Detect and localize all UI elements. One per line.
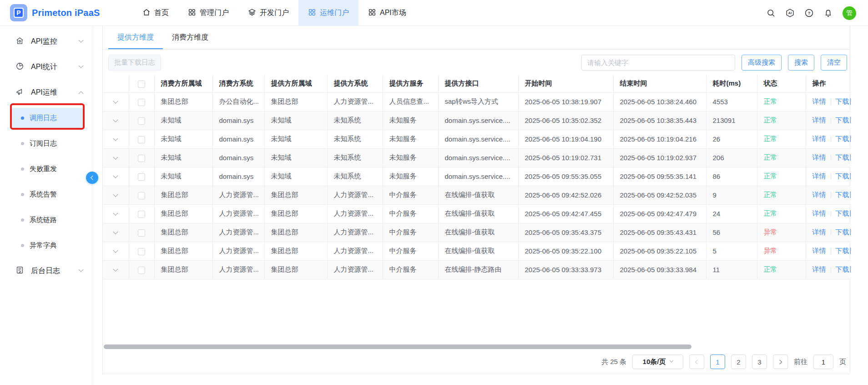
cell-7: 2025-06-05 09:42:52.035 bbox=[613, 186, 706, 204]
search-button[interactable]: 搜索 bbox=[788, 55, 814, 71]
advanced-search-button[interactable]: 高级搜索 bbox=[742, 55, 782, 71]
detail-link[interactable]: 详情 bbox=[812, 135, 826, 142]
app-root: P Primeton iPaaS 首页管理门户开发门户运维门户API市场 AI … bbox=[0, 0, 868, 385]
sidebar-subitem-2-1[interactable]: 订阅日志 bbox=[0, 131, 92, 156]
clear-button[interactable]: 清空 bbox=[821, 55, 847, 71]
status-cell: 正常 bbox=[757, 204, 806, 223]
row-expand-cell[interactable] bbox=[103, 167, 129, 186]
row-checkbox[interactable] bbox=[138, 192, 145, 199]
sidebar-group-1[interactable]: API统计 bbox=[0, 54, 92, 80]
detail-link[interactable]: 详情 bbox=[812, 116, 826, 124]
sidebar-subitem-2-4[interactable]: 系统链路 bbox=[0, 207, 92, 233]
cell-7: 2025-06-05 10:19:04.216 bbox=[613, 130, 706, 148]
download-log-link[interactable]: 下载日志 bbox=[836, 265, 851, 273]
column-header-7: 结束时间 bbox=[613, 75, 706, 92]
sidebar-collapse-button[interactable] bbox=[86, 172, 98, 184]
status-cell: 正常 bbox=[757, 130, 806, 148]
download-log-link[interactable]: 下载日志 bbox=[836, 191, 851, 198]
sidebar-group-0[interactable]: API监控 bbox=[0, 29, 92, 54]
row-checkbox[interactable] bbox=[138, 99, 145, 106]
nav-item-4[interactable]: API市场 bbox=[358, 0, 416, 26]
page-button-2[interactable]: 2 bbox=[731, 355, 746, 369]
brand[interactable]: P Primeton iPaaS bbox=[0, 4, 123, 21]
goto-page-input[interactable] bbox=[813, 355, 833, 369]
download-log-link[interactable]: 下载日志 bbox=[836, 209, 851, 217]
row-expand-cell[interactable] bbox=[103, 242, 129, 260]
row-expand-cell[interactable] bbox=[103, 204, 129, 223]
cell-1: 办公自动化... bbox=[212, 92, 264, 111]
page-button-1[interactable]: 1 bbox=[710, 355, 725, 369]
cell-3: 未知系统 bbox=[327, 130, 383, 148]
next-page-button[interactable] bbox=[773, 355, 788, 369]
ai-assistant-icon[interactable]: AI bbox=[785, 8, 795, 18]
row-checkbox[interactable] bbox=[138, 248, 145, 255]
keyword-search-input[interactable] bbox=[581, 55, 735, 71]
row-expand-cell[interactable] bbox=[103, 92, 129, 111]
row-checkbox[interactable] bbox=[138, 267, 145, 274]
tab-1[interactable]: 消费方维度 bbox=[163, 26, 217, 49]
status-cell: 正常 bbox=[757, 111, 806, 130]
row-expand-cell[interactable] bbox=[103, 148, 129, 167]
row-checkbox[interactable] bbox=[138, 211, 145, 218]
column-header-4: 提供方服务 bbox=[383, 75, 438, 92]
sidebar-group-2[interactable]: API运维 bbox=[0, 80, 92, 105]
prev-page-button[interactable] bbox=[689, 355, 704, 369]
row-expand-cell[interactable] bbox=[103, 223, 129, 242]
bell-icon[interactable] bbox=[823, 8, 833, 18]
download-log-link[interactable]: 下载日志 bbox=[836, 97, 851, 105]
page-button-3[interactable]: 3 bbox=[752, 355, 767, 369]
search-icon[interactable] bbox=[766, 8, 776, 18]
row-checkbox[interactable] bbox=[138, 155, 145, 162]
nav-item-3[interactable]: 运维门户 bbox=[298, 0, 358, 26]
detail-link[interactable]: 详情 bbox=[812, 209, 826, 217]
cell-0: 未知域 bbox=[154, 167, 212, 186]
select-all-checkbox[interactable] bbox=[138, 81, 145, 88]
actions-cell: 详情下载日志 bbox=[806, 92, 851, 111]
sidebar-group-3[interactable]: 后台日志 bbox=[0, 258, 92, 284]
nav-item-0[interactable]: 首页 bbox=[133, 0, 178, 26]
detail-link[interactable]: 详情 bbox=[812, 153, 826, 161]
batch-download-button[interactable]: 批量下载日志 bbox=[108, 55, 161, 71]
actions-cell: 详情下载日志 bbox=[806, 111, 851, 130]
user-avatar[interactable]: 管 bbox=[843, 6, 856, 20]
row-checkbox[interactable] bbox=[138, 136, 145, 143]
sidebar-subitem-2-2[interactable]: 失败重发 bbox=[0, 156, 92, 182]
sidebar-subitem-2-3[interactable]: 系统告警 bbox=[0, 182, 92, 207]
detail-link[interactable]: 详情 bbox=[812, 191, 826, 198]
row-checkbox[interactable] bbox=[138, 173, 145, 181]
top-navbar: P Primeton iPaaS 首页管理门户开发门户运维门户API市场 AI … bbox=[0, 0, 868, 26]
cell-6: 2025-06-05 10:19:04.190 bbox=[518, 130, 613, 148]
row-checkbox[interactable] bbox=[138, 117, 145, 125]
column-header-5: 提供方接口 bbox=[438, 75, 518, 92]
detail-link[interactable]: 详情 bbox=[812, 97, 826, 105]
page-size-select[interactable]: 10条/页 bbox=[632, 355, 683, 369]
row-expand-cell[interactable] bbox=[103, 186, 129, 204]
detail-link[interactable]: 详情 bbox=[812, 247, 826, 254]
row-expand-cell[interactable] bbox=[103, 111, 129, 130]
detail-link[interactable]: 详情 bbox=[812, 172, 826, 180]
download-log-link[interactable]: 下载日志 bbox=[836, 116, 851, 124]
help-icon[interactable]: ? bbox=[804, 8, 814, 18]
row-expand-cell[interactable] bbox=[103, 260, 129, 279]
cell-6: 2025-06-05 09:55:35.055 bbox=[518, 167, 613, 186]
row-checkbox[interactable] bbox=[138, 229, 145, 237]
status-badge: 正常 bbox=[764, 153, 777, 161]
horizontal-scrollbar[interactable] bbox=[104, 344, 691, 349]
download-log-link[interactable]: 下载日志 bbox=[836, 172, 851, 180]
detail-link[interactable]: 详情 bbox=[812, 265, 826, 273]
nav-item-1[interactable]: 管理门户 bbox=[178, 0, 238, 26]
sidebar-subitem-2-0[interactable]: 调用日志 bbox=[0, 105, 92, 131]
tab-0[interactable]: 提供方维度 bbox=[108, 26, 163, 49]
download-log-link[interactable]: 下载日志 bbox=[836, 153, 851, 161]
sidebar-subitem-2-5[interactable]: 异常字典 bbox=[0, 233, 92, 258]
download-log-link[interactable]: 下载日志 bbox=[836, 228, 851, 236]
download-log-link[interactable]: 下载日志 bbox=[836, 247, 851, 254]
cell-5: 在线编排-值获取 bbox=[438, 204, 518, 223]
detail-link[interactable]: 详情 bbox=[812, 228, 826, 236]
chevron-down-icon bbox=[78, 267, 83, 272]
download-log-link[interactable]: 下载日志 bbox=[836, 135, 851, 142]
row-expand-cell[interactable] bbox=[103, 130, 129, 148]
chevron-left-icon bbox=[695, 360, 700, 364]
nav-item-2[interactable]: 开发门户 bbox=[238, 0, 298, 26]
bullet-dot-icon bbox=[21, 167, 24, 171]
